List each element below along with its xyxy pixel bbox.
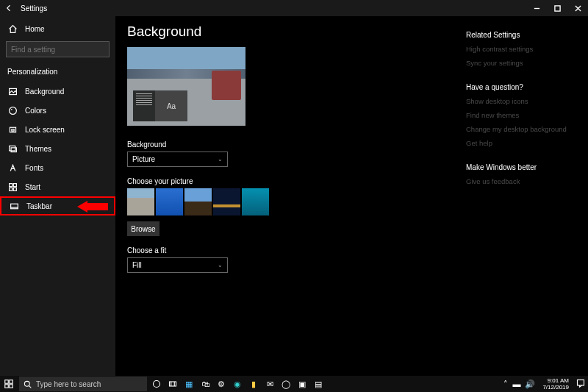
help-link[interactable]: Show desktop icons [466,97,572,105]
edge-icon[interactable]: ◉ [229,376,245,392]
svg-point-3 [11,109,12,110]
sidebar-item-colors[interactable]: Colors [0,101,115,120]
mail-icon[interactable]: ✉ [262,376,278,392]
tray-network-icon[interactable]: ▬ [512,379,520,388]
fonts-icon [7,163,18,173]
svg-point-2 [9,107,16,114]
svg-rect-6 [9,146,15,151]
taskbar: Type here to search ▦ 🛍 ⚙ ◉ ▮ ✉ ◯ ▣ ▤ ˄ … [0,376,588,392]
sidebar-item-lockscreen[interactable]: Lock screen [0,120,115,139]
feedback-link[interactable]: Give us feedback [466,177,572,185]
svg-rect-4 [10,127,15,132]
clock-time: 9:01 AM [542,377,569,384]
sidebar-item-taskbar[interactable]: Taskbar [0,196,115,215]
action-center-icon[interactable] [576,379,585,389]
help-link[interactable]: Find new themes [466,111,572,119]
sidebar-item-label: Background [25,88,64,96]
start-button[interactable] [0,376,18,392]
svg-rect-5 [11,129,13,130]
taskbar-app-icon[interactable]: ▣ [294,376,310,392]
svg-rect-9 [13,183,16,186]
system-clock[interactable]: 9:01 AM 7/12/2019 [539,377,572,391]
home-icon [7,24,18,34]
better-head: Make Windows better [466,163,572,171]
fit-dropdown[interactable]: Fill ⌄ [127,257,228,273]
sidebar-item-start[interactable]: Start [0,177,115,196]
chevron-down-icon: ⌄ [218,156,223,163]
taskview-icon[interactable] [165,376,181,392]
svg-rect-10 [9,188,12,190]
taskbar-search-placeholder: Type here to search [36,380,101,388]
help-link[interactable]: Change my desktop background [466,125,572,133]
explorer-icon[interactable]: ▮ [245,376,262,392]
picture-thumb[interactable] [184,188,212,215]
sidebar-item-label: Themes [25,145,51,153]
sidebar-category: Personalization [0,63,115,82]
themes-icon [7,144,18,154]
background-preview: Aa [127,47,245,126]
svg-rect-16 [10,385,13,388]
sidebar-item-fonts[interactable]: Fonts [0,158,115,177]
svg-rect-14 [10,380,13,384]
page-title: Background [127,24,466,40]
start-icon [7,182,18,192]
back-button[interactable] [0,0,18,16]
tray-volume-icon[interactable]: 🔊 [525,379,535,389]
store-icon[interactable]: 🛍 [197,376,213,392]
sidebar-item-themes[interactable]: Themes [0,139,115,158]
preview-sample-text: Aa [155,90,187,121]
picture-thumb[interactable] [156,188,183,215]
picture-thumbnails [127,188,466,215]
palette-icon [7,106,18,115]
tray-chevron-icon[interactable]: ˄ [503,379,508,389]
lock-icon [7,125,18,135]
sidebar-item-label: Taskbar [26,202,52,210]
sidebar-item-label: Lock screen [25,126,65,134]
browse-button[interactable]: Browse [127,221,159,236]
background-dropdown[interactable]: Picture ⌄ [127,152,228,167]
picture-thumb[interactable] [127,188,154,215]
picture-thumb[interactable] [213,188,240,215]
terminal-icon[interactable]: ▤ [310,376,326,392]
picture-icon [7,87,18,96]
sidebar-home-label: Home [25,25,45,33]
taskbar-app-icon[interactable]: ▦ [181,376,197,392]
maximize-button[interactable] [547,0,567,16]
sidebar-item-background[interactable]: Background [0,82,115,101]
svg-rect-19 [170,382,176,386]
sidebar-item-label: Fonts [25,164,43,172]
fit-label: Choose a fit [127,246,466,254]
search-icon [24,380,32,388]
related-settings-head: Related Settings [466,31,572,39]
settings-icon[interactable]: ⚙ [213,376,229,392]
minimize-button[interactable] [526,0,547,16]
svg-rect-8 [9,183,12,186]
chevron-down-icon: ⌄ [218,262,223,268]
taskbar-icon [9,202,19,211]
background-dropdown-value: Picture [132,155,155,163]
sidebar-item-label: Colors [25,107,46,115]
right-panel: Related Settings High contrast settings … [466,24,576,376]
annotation-arrow [77,201,108,213]
taskbar-search[interactable]: Type here to search [19,377,147,391]
fit-dropdown-value: Fill [132,261,142,269]
sidebar: Home Personalization Background Colors L… [0,16,115,376]
svg-rect-20 [578,380,584,386]
cortana-icon[interactable] [148,376,165,392]
svg-point-18 [154,381,160,388]
svg-rect-0 [554,5,559,10]
svg-point-17 [24,381,29,386]
svg-rect-15 [5,385,9,388]
picture-thumb[interactable] [242,188,269,215]
related-link[interactable]: Sync your settings [466,59,572,67]
related-link[interactable]: High contrast settings [466,45,572,53]
svg-rect-11 [13,188,16,190]
search-input[interactable] [6,41,110,57]
xbox-icon[interactable]: ◯ [278,376,294,392]
help-link[interactable]: Get help [466,139,572,147]
sidebar-home[interactable]: Home [0,19,115,38]
clock-date: 7/12/2019 [542,384,569,391]
window-title: Settings [21,4,47,13]
close-button[interactable] [567,0,588,16]
sidebar-item-label: Start [25,183,40,191]
